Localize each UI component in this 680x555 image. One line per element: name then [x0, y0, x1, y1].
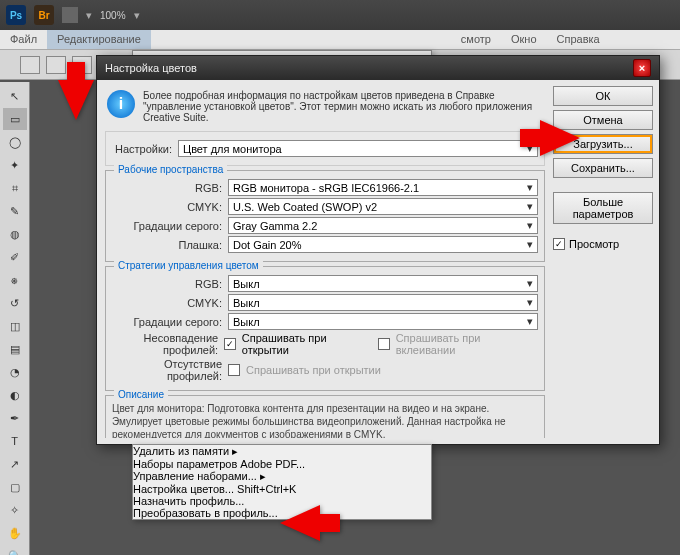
pen-tool-icon[interactable]: ✒ — [3, 407, 27, 429]
lasso-tool-icon[interactable]: ◯ — [3, 131, 27, 153]
chevron-down-icon: ▾ — [527, 219, 533, 232]
3d-tool-icon[interactable]: ✧ — [3, 499, 27, 521]
zoom-tool-icon[interactable]: 🔍 — [3, 545, 27, 555]
dodge-tool-icon[interactable]: ◐ — [3, 384, 27, 406]
menu-label: Управление наборами... — [133, 470, 257, 482]
dropdown-arrow-icon[interactable]: ▾ — [86, 9, 92, 22]
gray-label: Градации серого: — [112, 220, 222, 232]
p-cmyk-select[interactable]: Выкл▾ — [228, 294, 538, 311]
menu-label: Удалить из памяти — [133, 445, 229, 457]
color-settings-dialog: Настройка цветов × i Более подробная инф… — [96, 55, 660, 445]
menu-label: Настройка цветов... — [133, 483, 234, 495]
chevron-down-icon: ▾ — [527, 277, 533, 290]
spot-select[interactable]: Dot Gain 20%▾ — [228, 236, 538, 253]
selection-mode-icon[interactable] — [46, 56, 66, 74]
select-value: Выкл — [233, 297, 260, 309]
menu-item-preset-manager[interactable]: Управление наборами... ▸ — [133, 470, 431, 483]
chevron-down-icon: ▾ — [527, 238, 533, 251]
mismatch-label: Несовпадение профилей: — [112, 332, 218, 356]
eraser-tool-icon[interactable]: ◫ — [3, 315, 27, 337]
menu-edit[interactable]: Редактирование — [47, 30, 151, 49]
p-cmyk-label: CMYK: — [112, 297, 222, 309]
cmyk-select[interactable]: U.S. Web Coated (SWOP) v2▾ — [228, 198, 538, 215]
toolbox: ↖ ▭ ◯ ✦ ⌗ ✎ ◍ ✐ ⎈ ↺ ◫ ▤ ◔ ◐ ✒ T ↗ ▢ ✧ ✋ … — [0, 82, 30, 555]
menu-item-color-settings[interactable]: Настройка цветов... Shift+Ctrl+K — [133, 483, 431, 495]
workspaces-legend: Рабочие пространства — [114, 164, 227, 175]
grid-icon[interactable] — [62, 7, 78, 23]
bridge-icon[interactable]: Br — [34, 5, 54, 25]
wand-tool-icon[interactable]: ✦ — [3, 154, 27, 176]
menu-item-pdf-presets[interactable]: Наборы параметров Adobe PDF... — [133, 458, 431, 470]
path-tool-icon[interactable]: ↗ — [3, 453, 27, 475]
annotation-arrow-color-settings — [280, 505, 320, 541]
select-value: RGB монитора - sRGB IEC61966-2.1 — [233, 182, 419, 194]
ask-open-label: Спрашивать при открытии — [242, 332, 372, 356]
marquee-tool-icon[interactable]: ▭ — [3, 108, 27, 130]
p-gray-label: Градации серого: — [112, 316, 222, 328]
hand-tool-icon[interactable]: ✋ — [3, 522, 27, 544]
menu-file[interactable]: Файл — [0, 30, 47, 49]
move-tool-icon[interactable]: ↖ — [3, 85, 27, 107]
app-titlebar: Ps Br ▾ 100% ▾ — [0, 0, 680, 30]
settings-select[interactable]: Цвет для монитора ▾ — [178, 140, 538, 157]
rgb-select[interactable]: RGB монитора - sRGB IEC61966-2.1▾ — [228, 179, 538, 196]
ask-open-checkbox[interactable]: ✓ — [224, 338, 236, 350]
crop-tool-icon[interactable]: ⌗ — [3, 177, 27, 199]
healing-tool-icon[interactable]: ◍ — [3, 223, 27, 245]
menu-window[interactable]: Окно — [501, 30, 547, 49]
p-gray-select[interactable]: Выкл▾ — [228, 313, 538, 330]
tool-preset-icon[interactable] — [20, 56, 40, 74]
missing-label: Отсутствие профилей: — [112, 358, 222, 382]
photoshop-icon[interactable]: Ps — [6, 5, 26, 25]
zoom-level[interactable]: 100% — [100, 10, 126, 21]
menu-view-partial[interactable]: смотр — [451, 30, 501, 49]
annotation-arrow-load-button — [540, 120, 580, 156]
type-tool-icon[interactable]: T — [3, 430, 27, 452]
brush-tool-icon[interactable]: ✐ — [3, 246, 27, 268]
cmyk-label: CMYK: — [112, 201, 222, 213]
select-value: Dot Gain 20% — [233, 239, 301, 251]
select-value: Выкл — [233, 316, 260, 328]
gradient-tool-icon[interactable]: ▤ — [3, 338, 27, 360]
info-text: Более подробная информация по настройкам… — [143, 90, 543, 123]
shape-tool-icon[interactable]: ▢ — [3, 476, 27, 498]
ask-open2-checkbox — [228, 364, 240, 376]
select-value: Выкл — [233, 278, 260, 290]
ask-open2-label: Спрашивать при открытии — [246, 364, 381, 376]
dropdown-arrow-icon[interactable]: ▾ — [134, 9, 140, 22]
menu-help[interactable]: Справка — [547, 30, 610, 49]
menu-item-clear: Удалить из памяти ▸ — [133, 445, 431, 458]
close-button[interactable]: × — [633, 59, 651, 77]
eyedropper-tool-icon[interactable]: ✎ — [3, 200, 27, 222]
annotation-arrow-edit-menu — [58, 80, 94, 120]
preview-checkbox[interactable]: ✓ — [553, 238, 565, 250]
description-text: Цвет для монитора: Подготовка контента д… — [112, 402, 538, 438]
menu-label: Наборы параметров Adobe PDF... — [133, 458, 305, 470]
ask-paste-label: Спрашивать при вклеивании — [396, 332, 538, 356]
select-value: U.S. Web Coated (SWOP) v2 — [233, 201, 377, 213]
info-icon: i — [107, 90, 135, 118]
submenu-arrow-icon: ▸ — [260, 470, 266, 482]
save-button[interactable]: Сохранить... — [553, 158, 653, 178]
chevron-down-icon: ▾ — [527, 200, 533, 213]
ask-paste-checkbox — [378, 338, 390, 350]
stamp-tool-icon[interactable]: ⎈ — [3, 269, 27, 291]
more-options-button[interactable]: Больше параметров — [553, 192, 653, 224]
menu-shortcut: Shift+Ctrl+K — [237, 483, 296, 495]
gray-select[interactable]: Gray Gamma 2.2▾ — [228, 217, 538, 234]
chevron-down-icon: ▾ — [527, 315, 533, 328]
dialog-titlebar[interactable]: Настройка цветов × — [97, 56, 659, 80]
settings-label: Настройки: — [112, 143, 172, 155]
blur-tool-icon[interactable]: ◔ — [3, 361, 27, 383]
ok-button[interactable]: ОК — [553, 86, 653, 106]
p-rgb-label: RGB: — [112, 278, 222, 290]
p-rgb-select[interactable]: Выкл▾ — [228, 275, 538, 292]
history-brush-tool-icon[interactable]: ↺ — [3, 292, 27, 314]
chevron-down-icon: ▾ — [527, 181, 533, 194]
menu-bar: Файл Редактирование смотр Окно Справка — [0, 30, 680, 50]
chevron-down-icon: ▾ — [527, 296, 533, 309]
preview-label: Просмотр — [569, 238, 619, 250]
desc-legend: Описание — [114, 389, 168, 400]
menu-label: Преобразовать в профиль... — [133, 507, 278, 519]
select-value: Цвет для монитора — [183, 143, 282, 155]
